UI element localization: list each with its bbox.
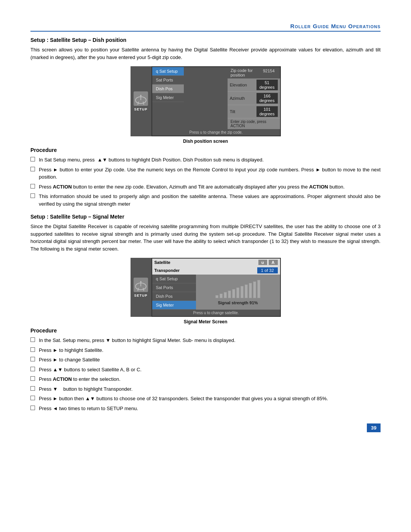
zip-row: Zip code for position 92154 (228, 67, 280, 78)
transponder-value: 1 of 32 (257, 267, 278, 273)
dish-pos-menu: q Sat Setup Sat Ports Dish Pos Sig Meter (152, 67, 184, 129)
procedure2-item-2: Press ► to highlight Satellite. (30, 347, 381, 354)
bar-10 (253, 281, 256, 298)
signal-header-a: A (269, 260, 278, 265)
dish-pos-content: Zip code for position 92154 Elevation 51… (228, 67, 280, 129)
bullet-4 (30, 193, 35, 198)
setup-label: SETUP (134, 107, 147, 111)
dish-position-screen-container: SETUP q Sat Setup Sat Ports Dish Pos Sig… (30, 66, 381, 144)
signal-menu: q Sat Setup Sat Ports Dish Pos Sig Meter (152, 275, 196, 310)
signal-strength-text: Signal strength 91% (218, 300, 258, 305)
procedure1-item-2: Press ► button to enter your Zip code. U… (30, 166, 381, 181)
signal-meter-main-screen: Satellite u A Transponder 1 of 32 q Sat … (151, 258, 281, 317)
signal-header-sat: Satellite (155, 260, 257, 265)
bullet2-7 (30, 396, 35, 400)
section2-body: Since the Digital Satellite Receiver is … (30, 223, 381, 252)
dish-pos-footer: Press u to change the zip code. (152, 129, 280, 136)
procedure2-item-4: Press ▲▼ buttons to select Satellite A, … (30, 366, 381, 374)
signal-body: q Sat Setup Sat Ports Dish Pos Sig Meter (152, 275, 280, 310)
bar-3 (224, 292, 227, 298)
procedure1-item-1: In Sat Setup menu, press ▲▼ buttons to h… (30, 156, 381, 164)
menu-item-dish-pos[interactable]: Dish Pos (152, 85, 184, 93)
zip-label: Zip code for position (231, 68, 261, 77)
signal-menu-sig-meter[interactable]: Sig Meter (152, 301, 196, 310)
bullet2-4 (30, 367, 35, 371)
signal-bars (215, 279, 260, 298)
azimuth-row: Azimuth 166 degrees (228, 92, 280, 105)
menu-item-sig-meter[interactable]: Sig Meter (152, 93, 184, 102)
page-header: Roller Guide Menu Operations (30, 23, 381, 32)
svg-line-8 (138, 288, 139, 291)
bar-8 (245, 284, 248, 298)
elevation-label: Elevation (230, 83, 256, 87)
signal-caption: Signal Meter Screen (131, 319, 281, 324)
bullet2-1 (30, 337, 35, 342)
bullet2-3 (30, 357, 35, 361)
signal-footer: Press u to change satellite. (152, 310, 280, 316)
setup-icon-symbol (134, 91, 148, 106)
bar-2 (220, 294, 223, 298)
bullet2-2 (30, 347, 35, 352)
signal-menu-sat-setup[interactable]: q Sat Setup (152, 275, 196, 283)
transponder-row: Transponder 1 of 32 (152, 266, 280, 275)
page-number-wrap: 39 (30, 423, 381, 432)
svg-line-4 (143, 102, 144, 105)
dish-pos-caption: Dish position screen (131, 139, 281, 144)
signal-setup-icon-symbol (134, 278, 148, 292)
procedure1-list: In Sat Setup menu, press ▲▼ buttons to h… (30, 156, 381, 208)
bullet-2 (30, 167, 35, 171)
section1-heading: Setup : Satellite Setup – Dish position (30, 37, 381, 43)
bar-6 (236, 288, 239, 298)
menu-item-sat-setup[interactable]: q Sat Setup (152, 67, 184, 76)
procedure2-list: In the Sat. Setup menu, press ▼ button t… (30, 337, 381, 412)
tilt-label: Tilt (230, 109, 256, 114)
procedure2-item-5: Press ACTION to enter the selection. (30, 375, 381, 383)
svg-line-9 (143, 288, 144, 291)
enter-zip-text: Enter zip code, press ACTION (231, 120, 266, 128)
tilt-row: Tilt 101 degrees (228, 105, 280, 118)
procedure2-item-7: Press ► button then ▲▼ buttons to choose… (30, 395, 381, 403)
signal-screen-wrap: SETUP Satellite u A Transponder 1 of 32 (131, 258, 281, 324)
elevation-value: 51 degrees (256, 80, 278, 90)
bullet-3 (30, 184, 35, 189)
signal-screen-inner: SETUP Satellite u A Transponder 1 of 32 (131, 258, 281, 317)
procedure2-item-8: Press ◄ two times to return to SETUP men… (30, 405, 381, 412)
page-number: 39 (367, 423, 381, 432)
menu-item-sat-ports[interactable]: Sat Ports (152, 76, 184, 85)
bar-7 (241, 286, 244, 298)
bullet2-5 (30, 376, 35, 381)
dish-screen-inner: SETUP q Sat Setup Sat Ports Dish Pos Sig… (131, 66, 281, 136)
signal-menu-sat-ports[interactable]: Sat Ports (152, 283, 196, 292)
signal-meter-screen-container: SETUP Satellite u A Transponder 1 of 32 (30, 258, 381, 324)
svg-point-7 (140, 281, 142, 283)
dish-position-screen-wrap: SETUP q Sat Setup Sat Ports Dish Pos Sig… (131, 66, 281, 144)
bar-11 (257, 280, 260, 298)
signal-setup-label: SETUP (134, 294, 147, 297)
bar-5 (232, 289, 235, 298)
procedure2-heading: Procedure (30, 328, 381, 334)
procedure2-item-3: Press ► to change Satellite (30, 356, 381, 364)
section2-heading: Setup : Satellite Setup – Signal Meter (30, 214, 381, 220)
signal-dish-svg-icon (134, 278, 148, 292)
tilt-value: 101 degrees (256, 106, 278, 117)
procedure2-item-6: Press ▼ button to highlight Transponder. (30, 385, 381, 393)
procedure1-item-4: This information should be used to prope… (30, 193, 381, 208)
transponder-label: Transponder (155, 268, 257, 273)
section1-body: This screen allows you to position your … (30, 46, 381, 61)
bar-9 (249, 283, 252, 298)
azimuth-value: 166 degrees (256, 93, 278, 104)
signal-menu-dish-pos[interactable]: Dish Pos (152, 292, 196, 301)
azimuth-label: Azimuth (230, 96, 256, 101)
bullet2-8 (30, 406, 35, 410)
bullet-1 (30, 157, 35, 161)
procedure1-heading: Procedure (30, 147, 381, 153)
dish-svg-icon (134, 92, 148, 105)
dish-pos-main-screen: q Sat Setup Sat Ports Dish Pos Sig Meter… (151, 66, 281, 136)
bar-1 (215, 295, 218, 298)
signal-header-u: u (258, 260, 267, 265)
svg-point-2 (140, 95, 142, 96)
enter-zip-row: Enter zip code, press ACTION (228, 118, 280, 129)
bar-4 (228, 291, 231, 298)
procedure1-item-3: Press ACTION button to enter the new zip… (30, 183, 381, 191)
zip-value: 92154 (261, 68, 277, 77)
